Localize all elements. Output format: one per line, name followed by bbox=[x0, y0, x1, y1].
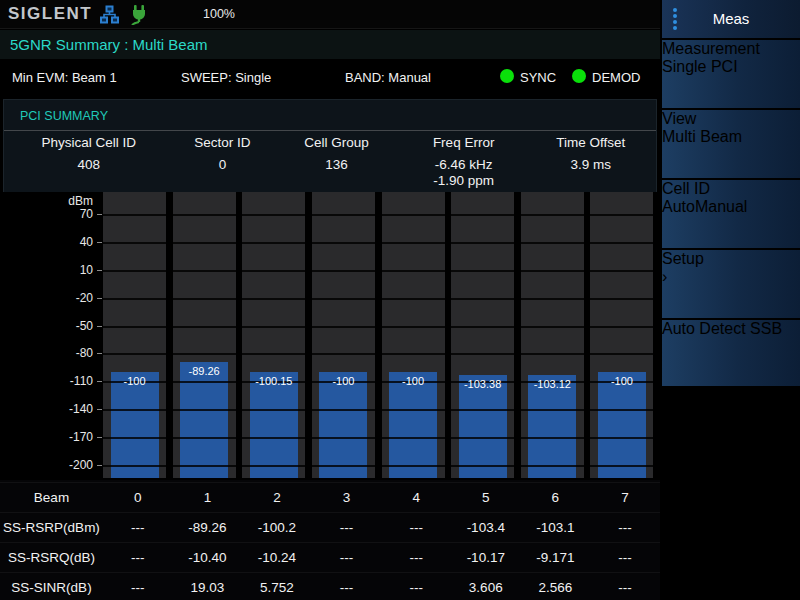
pci-summary-panel: PCI SUMMARY Physical Cell ID408Sector ID… bbox=[4, 100, 656, 192]
pci-field-value: 408 bbox=[4, 157, 174, 173]
table-row-label: SS-RSRP(dBm) bbox=[0, 513, 103, 543]
toggle-option-manual[interactable]: Manual bbox=[695, 198, 747, 215]
chart-gridline bbox=[103, 437, 660, 439]
softkey-auto-detect-ssb[interactable]: Auto Detect SSB bbox=[662, 320, 800, 386]
pci-field: Freq Error-6.46 kHz-1.90 ppm bbox=[402, 135, 526, 189]
chart-gridline bbox=[103, 242, 660, 244]
page-title: 5GNR Summary : Multi Beam bbox=[10, 36, 208, 53]
pci-field: Physical Cell ID408 bbox=[4, 135, 174, 189]
battery-percent: 100% bbox=[203, 7, 235, 21]
beam-bar bbox=[319, 372, 367, 478]
y-axis-tick-mark bbox=[97, 353, 102, 354]
y-axis-tick-label: -50 bbox=[76, 319, 93, 333]
beam-bar-value-label: -100 bbox=[319, 375, 367, 387]
table-cell: 2.566 bbox=[521, 573, 591, 600]
beam-bar-value-label: -103.12 bbox=[528, 378, 576, 390]
main-display: SIGLENT bbox=[0, 0, 660, 600]
table-cell: 19.03 bbox=[173, 573, 243, 600]
y-axis-tick-mark bbox=[97, 437, 102, 438]
pci-field-label: Time Offset bbox=[526, 135, 656, 157]
beam-bar bbox=[180, 362, 228, 478]
table-cell: --- bbox=[381, 573, 451, 600]
table-cell: -9.171 bbox=[521, 543, 591, 573]
instrument-screen: SIGLENT bbox=[0, 0, 800, 600]
chart-gridline bbox=[103, 270, 660, 272]
demod-indicator-icon bbox=[572, 69, 586, 83]
beam-bar-value-label: -100 bbox=[111, 375, 159, 387]
softkey-setup[interactable]: Setup› bbox=[662, 250, 800, 318]
band-status: BAND: Manual bbox=[345, 70, 431, 85]
y-axis-tick-mark bbox=[97, 214, 102, 215]
softkey-value: Single PCI bbox=[662, 58, 800, 76]
table-cell: 0 bbox=[103, 483, 173, 513]
sync-label: SYNC bbox=[520, 70, 556, 85]
pci-field-value: 0 bbox=[174, 157, 272, 173]
y-axis-tick-mark bbox=[97, 381, 102, 382]
table-cell: --- bbox=[590, 573, 660, 600]
submenu-chevron-icon: › bbox=[662, 268, 800, 286]
table-cell: 7 bbox=[590, 483, 660, 513]
table-cell: -100.2 bbox=[242, 513, 312, 543]
beam-bar bbox=[459, 375, 507, 478]
pci-field: Sector ID0 bbox=[174, 135, 272, 189]
siglent-logo: SIGLENT bbox=[8, 4, 92, 24]
chart-gridline bbox=[103, 326, 660, 328]
chart-gridline bbox=[103, 465, 660, 467]
menu-header-meas[interactable]: Meas bbox=[662, 0, 800, 38]
softkey-label: Cell ID bbox=[662, 180, 800, 198]
softkey-label: Measurement bbox=[662, 40, 800, 58]
table-cell: --- bbox=[312, 573, 382, 600]
softkey-label: Auto Detect SSB bbox=[662, 320, 800, 338]
y-axis-tick-mark bbox=[97, 298, 102, 299]
table-cell: --- bbox=[103, 513, 173, 543]
chart-gridline bbox=[103, 381, 660, 383]
toggle-option-auto[interactable]: Auto bbox=[662, 198, 695, 215]
pci-field-label: Sector ID bbox=[174, 135, 272, 157]
beam-results-table: Beam01234567SS-RSRP(dBm)----89.26-100.2-… bbox=[0, 480, 660, 600]
y-axis-tick-label: -140 bbox=[69, 402, 93, 416]
beam-bar-value-label: -100.15 bbox=[250, 375, 298, 387]
table-cell: 5 bbox=[451, 483, 521, 513]
pci-summary-fields: Physical Cell ID408Sector ID0Cell Group1… bbox=[4, 135, 656, 189]
pci-field: Time Offset3.9 ms bbox=[526, 135, 656, 189]
pci-field-value: -1.90 ppm bbox=[402, 173, 526, 189]
table-cell: -103.1 bbox=[521, 513, 591, 543]
softkey-label: Setup bbox=[662, 250, 800, 268]
pci-field-value: -6.46 kHz bbox=[402, 157, 526, 173]
pci-field-label: Freq Error bbox=[402, 135, 526, 157]
table-cell: 1 bbox=[173, 483, 243, 513]
table-cell: -89.26 bbox=[173, 513, 243, 543]
beam-bar-value-label: -103.38 bbox=[459, 378, 507, 390]
min-evm-status: Min EVM: Beam 1 bbox=[12, 70, 117, 85]
pci-field-value: 3.9 ms bbox=[526, 157, 656, 173]
beam-bar bbox=[389, 372, 437, 478]
softkey-measurement[interactable]: MeasurementSingle PCI bbox=[662, 40, 800, 108]
power-plug-icon bbox=[130, 5, 148, 25]
table-row-label: SS-RSRQ(dB) bbox=[0, 543, 103, 573]
table-cell: -10.17 bbox=[451, 543, 521, 573]
y-axis-unit-label: dBm bbox=[68, 194, 93, 208]
beam-bar bbox=[250, 372, 298, 478]
table-cell: 5.752 bbox=[242, 573, 312, 600]
sync-indicator-icon bbox=[500, 69, 514, 83]
table-cell: -103.4 bbox=[451, 513, 521, 543]
beam-bar-chart: dBm 704010-20-50-80-110-140-170-200 -100… bbox=[0, 192, 660, 480]
pci-field-label: Physical Cell ID bbox=[4, 135, 174, 157]
y-axis-tick-label: 40 bbox=[80, 235, 93, 249]
softkey-view[interactable]: ViewMulti Beam bbox=[662, 110, 800, 178]
table-cell: --- bbox=[103, 543, 173, 573]
table-row: SS-RSRQ(dB)----10.40-10.24-------10.17-9… bbox=[0, 542, 660, 573]
beam-bar bbox=[528, 375, 576, 478]
softkey-cell-id[interactable]: Cell IDAutoManual bbox=[662, 180, 800, 248]
y-axis-tick-mark bbox=[97, 409, 102, 410]
table-cell: --- bbox=[590, 513, 660, 543]
table-cell: 2 bbox=[242, 483, 312, 513]
beam-bar-value-label: -100 bbox=[389, 375, 437, 387]
y-axis-tick-mark bbox=[97, 242, 102, 243]
table-row: SS-SINR(dB)---19.035.752------3.6062.566… bbox=[0, 572, 660, 600]
table-row-label: Beam bbox=[0, 483, 103, 513]
system-status-bar: SIGLENT bbox=[0, 0, 660, 29]
table-cell: --- bbox=[381, 543, 451, 573]
demod-label: DEMOD bbox=[592, 70, 640, 85]
chart-gridline bbox=[103, 409, 660, 411]
